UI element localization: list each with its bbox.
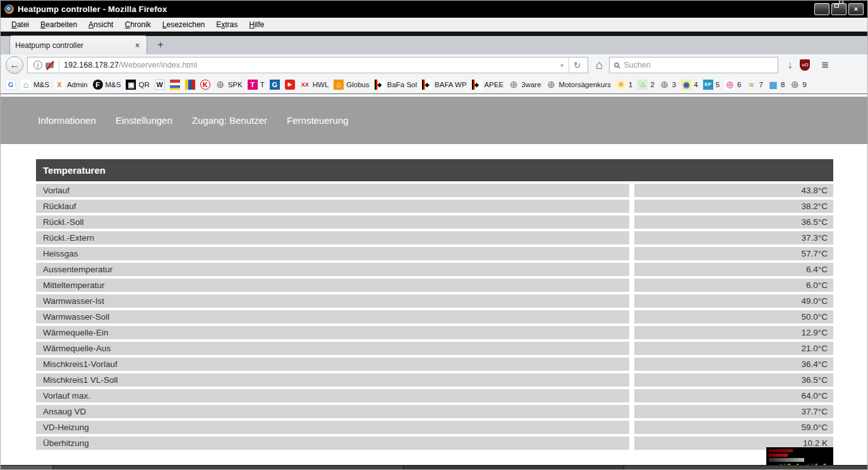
url-dropdown-icon[interactable]: ▾ xyxy=(555,62,569,69)
menubar-item[interactable]: Bearbeiten xyxy=(35,18,83,31)
bookmark-item[interactable]: XX HWL xyxy=(298,78,332,91)
bookmark-item[interactable]: ▣ QR xyxy=(123,78,152,91)
plugin-blocked-icon[interactable] xyxy=(45,61,55,69)
table-row: Mitteltemperatur 6.0°C xyxy=(36,279,833,292)
bookmark-item[interactable]: EP 5 xyxy=(701,78,722,91)
bookmark-item[interactable]: ▦ 8 xyxy=(766,78,787,91)
downloads-button[interactable]: ↓ xyxy=(787,59,792,71)
page-nav-link[interactable]: Informationen xyxy=(38,115,96,126)
bookmark-item[interactable]: X Admin xyxy=(52,78,90,91)
minimize-button[interactable]: _ xyxy=(814,3,829,15)
bookmark-label: M&S xyxy=(33,81,49,88)
bookmark-item[interactable]: T T xyxy=(245,78,267,91)
bookmark-icon: K xyxy=(200,80,210,90)
bookmark-item[interactable]: ⊕ 9 xyxy=(787,78,809,91)
bookmark-item[interactable]: ◆ APEE xyxy=(469,78,507,91)
restore-button[interactable] xyxy=(831,3,847,15)
bookmark-item[interactable]: ⌂ Globus xyxy=(331,78,371,91)
bookmark-icon: G xyxy=(270,80,280,90)
bookmark-label: 6 xyxy=(737,81,741,88)
bookmark-item[interactable]: K xyxy=(198,78,213,91)
tab-close-icon[interactable]: × xyxy=(133,41,142,50)
bookmark-icon: XX xyxy=(300,80,310,90)
menu-hamburger-icon[interactable]: ≡ xyxy=(821,58,828,72)
url-bar[interactable]: i 192.168.178.27/Webserver/index.html ▾ … xyxy=(27,57,588,73)
row-label: Ansaug VD xyxy=(36,405,629,418)
search-input[interactable]: Suchen xyxy=(609,57,778,73)
table-row: Vorlauf 43.8°C xyxy=(36,184,833,197)
bookmark-label: 5 xyxy=(716,81,720,88)
table-row: Wärmequelle-Ein 12.9°C xyxy=(36,326,833,339)
bookmark-icon: ⊕ xyxy=(790,80,800,90)
bookmark-item[interactable]: ◆ BAFA WP xyxy=(419,78,469,91)
taskbar-segment[interactable] xyxy=(1,466,54,469)
bookmark-icon: F xyxy=(93,80,103,90)
bookmark-item[interactable]: ⊕ 3 xyxy=(657,78,678,91)
bookmark-item[interactable]: ⊕ Motorsägenkurs xyxy=(544,78,613,91)
bookmark-icon: ≈ xyxy=(746,80,756,90)
bookmark-icon: ◉ xyxy=(681,80,691,90)
back-button[interactable]: ← xyxy=(6,56,23,74)
bookmark-item[interactable]: ∴ 2 xyxy=(635,78,656,91)
row-label: Warmwasser-Ist xyxy=(36,294,629,308)
window-title: Heatpump controller - Mozilla Firefox xyxy=(18,4,167,14)
bookmark-item[interactable]: F M&S xyxy=(90,78,124,91)
bookmark-item[interactable]: ◉ 4 xyxy=(678,78,700,91)
menubar-item[interactable]: Extras xyxy=(210,18,243,31)
bookmark-item[interactable] xyxy=(183,78,198,91)
page-nav-link[interactable]: Einstellungen xyxy=(116,115,172,126)
menubar-item[interactable]: Lesezeichen xyxy=(157,18,210,31)
taskbar-edge[interactable] xyxy=(1,465,867,469)
bookmark-icon: W xyxy=(155,80,165,90)
search-icon xyxy=(614,63,619,68)
row-value: 36.5°C xyxy=(634,215,833,229)
bookmark-item[interactable]: ⊕ SPK xyxy=(213,78,245,91)
close-button[interactable]: × xyxy=(848,3,864,15)
row-value: 36.4°C xyxy=(634,358,833,371)
bookmark-item[interactable]: ≈ 7 xyxy=(744,78,765,91)
row-label: Rücklauf xyxy=(36,200,629,213)
bookmark-label: 3ware xyxy=(521,81,541,88)
menubar-item[interactable]: Hilfe xyxy=(243,18,270,31)
home-button[interactable]: ⌂ xyxy=(596,58,603,72)
menubar-item[interactable]: Chronik xyxy=(119,18,156,31)
bookmark-item[interactable]: ◆ BaFa Sol xyxy=(372,78,419,91)
table-row: Mischkreis1-Vorlauf 36.4°C xyxy=(36,358,833,371)
new-tab-button[interactable]: + xyxy=(152,37,169,52)
menubar: Datei Bearbeiten Ansicht Chronik Lesezei… xyxy=(1,18,867,32)
menubar-item[interactable]: Ansicht xyxy=(83,18,119,31)
bookmark-item[interactable]: ☀ 1 xyxy=(613,78,635,91)
bookmark-icon: ☀ xyxy=(616,80,626,90)
ublock-icon[interactable]: uO xyxy=(800,59,810,71)
menubar-item[interactable]: Datei xyxy=(6,18,35,31)
row-label: Wärmequelle-Ein xyxy=(36,326,629,339)
bookmark-icon: ◎ xyxy=(725,80,735,90)
bookmark-icon xyxy=(170,80,180,90)
bookmark-item[interactable]: ▶ xyxy=(282,78,298,91)
bookmark-label: 9 xyxy=(802,81,806,88)
site-info-icon[interactable]: i xyxy=(33,61,42,69)
row-label: Überhitzung xyxy=(36,437,629,450)
table-body: Vorlauf 43.8°C Rücklauf 38.2°C Rückl.-So… xyxy=(36,184,833,450)
bookmark-label: HWL xyxy=(313,81,329,88)
tab-heatpump-controller[interactable]: Heatpump controller × xyxy=(9,35,147,54)
bookmark-item[interactable]: ⌂ M&S xyxy=(18,78,52,91)
bookmark-item[interactable]: ◎ 6 xyxy=(722,78,744,91)
page-nav-menu: Informationen Einstellungen Zugang: Benu… xyxy=(1,97,867,144)
url-separator xyxy=(59,59,59,71)
bookmark-item[interactable] xyxy=(167,78,183,91)
table-row: Vorlauf max. 64.0°C xyxy=(36,389,833,402)
reload-button[interactable]: ↻ xyxy=(569,57,585,73)
bookmark-item[interactable]: W xyxy=(152,78,167,91)
page-nav-link[interactable]: Fernsteuerung xyxy=(287,115,349,126)
bookmark-item[interactable]: ⊕ 3ware xyxy=(506,78,543,91)
bookmark-item[interactable]: G xyxy=(267,78,282,91)
table-row: Überhitzung 10.2 K xyxy=(36,437,833,450)
page-nav-link[interactable]: Zugang: Benutzer xyxy=(192,115,267,126)
bookmark-icon: ⌂ xyxy=(21,80,31,90)
table-row: Warmwasser-Ist 49.0°C xyxy=(36,294,833,308)
bookmark-label: 8 xyxy=(781,81,785,88)
bookmark-label: QR xyxy=(138,81,149,88)
bookmark-icon: ∴ xyxy=(637,80,648,90)
bookmark-item[interactable]: G xyxy=(3,78,18,91)
